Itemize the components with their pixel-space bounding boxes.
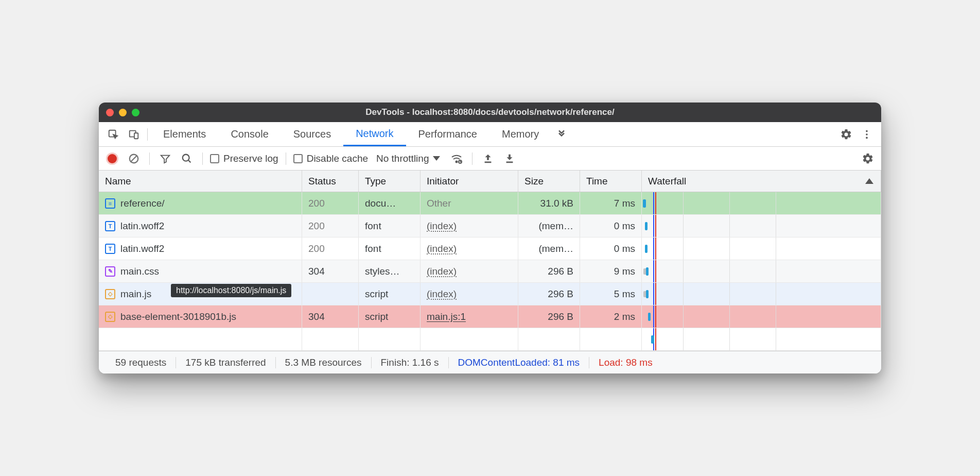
cell-name[interactable]: ≡ reference/ bbox=[99, 192, 302, 214]
cell-status: 304 bbox=[302, 260, 359, 282]
cell-time: 7 ms bbox=[580, 192, 642, 214]
cell-initiator[interactable]: (index) bbox=[421, 283, 518, 305]
tab-sources[interactable]: Sources bbox=[281, 122, 343, 146]
clear-button[interactable] bbox=[126, 150, 142, 167]
js-file-icon: ◇ bbox=[105, 289, 115, 299]
cell-type: styles… bbox=[359, 260, 421, 282]
cell-status: 200 bbox=[302, 237, 359, 260]
disable-cache-label: Disable cache bbox=[307, 153, 368, 164]
svg-line-9 bbox=[188, 160, 191, 162]
maximize-icon[interactable] bbox=[132, 109, 139, 116]
request-row-empty bbox=[99, 328, 881, 351]
chevron-down-icon bbox=[433, 156, 440, 161]
disable-cache-checkbox[interactable]: Disable cache bbox=[293, 153, 368, 164]
request-row[interactable]: T latin.woff2 200 font (index) (mem… 0 m… bbox=[99, 237, 881, 260]
header-type[interactable]: Type bbox=[359, 171, 421, 192]
cell-type: script bbox=[359, 305, 421, 328]
search-icon[interactable] bbox=[179, 150, 195, 167]
request-table: ≡ reference/ 200 docu… Other 31.0 kB 7 m… bbox=[99, 192, 881, 351]
cell-size: 296 B bbox=[518, 283, 580, 305]
svg-rect-2 bbox=[134, 133, 138, 139]
network-conditions-icon[interactable] bbox=[448, 150, 465, 167]
cell-initiator[interactable]: main.js:1 bbox=[421, 305, 518, 328]
panel-tabs: ElementsConsoleSourcesNetworkPerformance… bbox=[99, 122, 881, 147]
cell-waterfall bbox=[642, 237, 881, 260]
tab-network[interactable]: Network bbox=[343, 122, 406, 146]
cell-type: script bbox=[359, 283, 421, 305]
devtools-window: DevTools - localhost:8080/docs/devtools/… bbox=[99, 103, 881, 373]
request-row[interactable]: ≡ reference/ 200 docu… Other 31.0 kB 7 m… bbox=[99, 192, 881, 215]
network-settings-icon[interactable] bbox=[860, 150, 876, 167]
header-name[interactable]: Name bbox=[99, 171, 302, 192]
record-button[interactable] bbox=[104, 150, 120, 167]
titlebar: DevTools - localhost:8080/docs/devtools/… bbox=[99, 103, 881, 122]
header-initiator[interactable]: Initiator bbox=[421, 171, 518, 192]
cell-waterfall bbox=[642, 305, 881, 328]
kebab-menu-icon[interactable] bbox=[856, 122, 877, 146]
sb-load: Load: 98 ms bbox=[589, 357, 662, 368]
header-status[interactable]: Status bbox=[302, 171, 359, 192]
request-row[interactable]: ◇ main.js http://localhost:8080/js/main.… bbox=[99, 283, 881, 305]
status-bar: 59 requests 175 kB transferred 5.3 MB re… bbox=[99, 351, 881, 373]
cell-time: 0 ms bbox=[580, 215, 642, 237]
upload-har-icon[interactable] bbox=[480, 150, 496, 167]
tab-memory[interactable]: Memory bbox=[489, 122, 551, 146]
cell-initiator[interactable]: (index) bbox=[421, 237, 518, 260]
cell-name[interactable]: T latin.woff2 bbox=[99, 215, 302, 237]
cell-type: font bbox=[359, 237, 421, 260]
throttling-value: No throttling bbox=[376, 153, 429, 164]
font-file-icon: T bbox=[105, 221, 115, 231]
cell-waterfall bbox=[642, 283, 881, 305]
cell-name[interactable]: ✎ main.css bbox=[99, 260, 302, 282]
tab-elements[interactable]: Elements bbox=[151, 122, 218, 146]
sb-resources: 5.3 MB resources bbox=[276, 357, 372, 368]
more-tabs-icon[interactable] bbox=[551, 122, 572, 146]
cell-time: 2 ms bbox=[580, 305, 642, 328]
sb-transferred: 175 kB transferred bbox=[176, 357, 275, 368]
doc-file-icon: ≡ bbox=[105, 198, 115, 209]
cell-initiator: Other bbox=[421, 192, 518, 214]
svg-point-4 bbox=[866, 133, 868, 135]
preserve-log-checkbox[interactable]: Preserve log bbox=[210, 153, 278, 164]
download-har-icon[interactable] bbox=[501, 150, 518, 167]
cell-time: 0 ms bbox=[580, 237, 642, 260]
filter-icon[interactable] bbox=[157, 150, 173, 167]
cell-size: 31.0 kB bbox=[518, 192, 580, 214]
request-row[interactable]: ✎ main.css 304 styles… (index) 296 B 9 m… bbox=[99, 260, 881, 283]
inspect-icon[interactable] bbox=[103, 122, 124, 146]
header-size[interactable]: Size bbox=[518, 171, 580, 192]
sb-finish: Finish: 1.16 s bbox=[372, 357, 449, 368]
svg-point-3 bbox=[866, 130, 868, 132]
preserve-log-label: Preserve log bbox=[223, 153, 278, 164]
cell-size: 296 B bbox=[518, 260, 580, 282]
cell-initiator[interactable]: (index) bbox=[421, 215, 518, 237]
cell-type: font bbox=[359, 215, 421, 237]
minimize-icon[interactable] bbox=[119, 109, 127, 116]
cell-size: (mem… bbox=[518, 237, 580, 260]
header-waterfall[interactable]: Waterfall bbox=[642, 171, 881, 192]
throttling-select[interactable]: No throttling bbox=[373, 153, 443, 164]
request-row[interactable]: T latin.woff2 200 font (index) (mem… 0 m… bbox=[99, 215, 881, 237]
tab-performance[interactable]: Performance bbox=[406, 122, 490, 146]
window-controls bbox=[106, 109, 139, 116]
request-row[interactable]: ◇ base-element-3018901b.js 304 script ma… bbox=[99, 305, 881, 328]
settings-icon[interactable] bbox=[836, 122, 856, 146]
svg-rect-12 bbox=[485, 161, 492, 163]
cell-waterfall bbox=[642, 215, 881, 237]
cell-initiator[interactable]: (index) bbox=[421, 260, 518, 282]
device-toggle-icon[interactable] bbox=[124, 122, 144, 146]
svg-point-5 bbox=[866, 137, 868, 139]
cell-time: 5 ms bbox=[580, 283, 642, 305]
css-file-icon: ✎ bbox=[105, 266, 115, 277]
table-headers: Name Status Type Initiator Size Time Wat… bbox=[99, 171, 881, 192]
header-time[interactable]: Time bbox=[580, 171, 642, 192]
cell-name[interactable]: ◇ base-element-3018901b.js bbox=[99, 305, 302, 328]
cell-name[interactable]: T latin.woff2 bbox=[99, 237, 302, 260]
svg-point-10 bbox=[456, 161, 458, 162]
url-tooltip: http://localhost:8080/js/main.js bbox=[171, 284, 291, 297]
tab-console[interactable]: Console bbox=[218, 122, 281, 146]
close-icon[interactable] bbox=[106, 109, 114, 116]
cell-waterfall bbox=[642, 192, 881, 214]
cell-size: (mem… bbox=[518, 215, 580, 237]
cell-name[interactable]: ◇ main.js http://localhost:8080/js/main.… bbox=[99, 283, 302, 305]
